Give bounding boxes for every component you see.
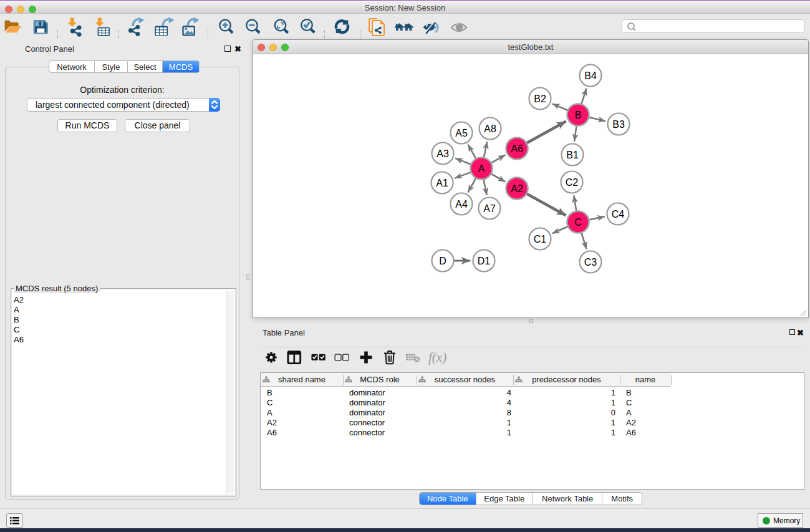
svg-text:B: B: [575, 110, 582, 120]
svg-text:A5: A5: [455, 128, 468, 138]
svg-text:D: D: [439, 256, 446, 266]
svg-text:C1: C1: [534, 234, 547, 244]
svg-text:B4: B4: [584, 70, 597, 81]
svg-text:B2: B2: [534, 94, 546, 104]
svg-text:A3: A3: [436, 148, 449, 159]
svg-text:B3: B3: [612, 119, 625, 130]
svg-text:A7: A7: [483, 203, 496, 214]
svg-text:A6: A6: [511, 143, 523, 154]
svg-text:A: A: [478, 163, 485, 174]
svg-text:D1: D1: [478, 256, 491, 266]
svg-text:f(x): f(x): [428, 350, 446, 365]
svg-text:A2: A2: [511, 183, 523, 194]
svg-text:C2: C2: [566, 177, 579, 188]
svg-text:A8: A8: [484, 123, 496, 134]
svg-text:C: C: [574, 217, 582, 228]
svg-text:A1: A1: [436, 178, 448, 188]
svg-text:B1: B1: [566, 150, 579, 160]
svg-text:A4: A4: [455, 199, 468, 210]
svg-text:C3: C3: [584, 257, 597, 268]
svg-text:C4: C4: [612, 209, 625, 220]
